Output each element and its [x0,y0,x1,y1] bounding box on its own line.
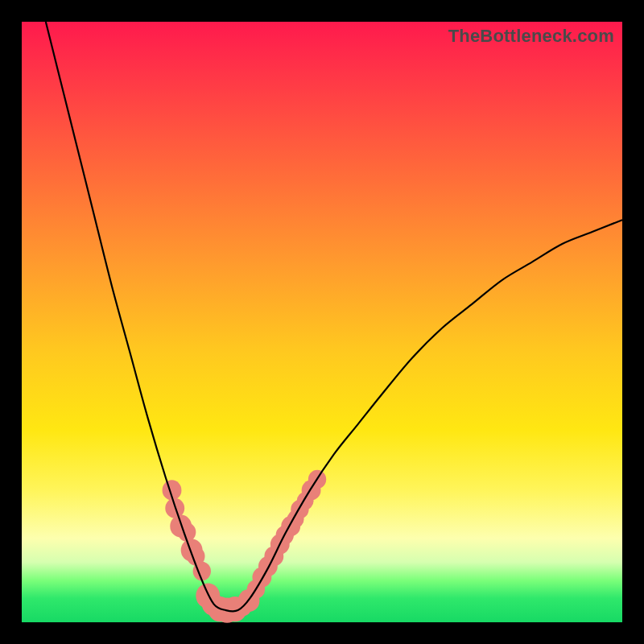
chart-frame: TheBottleneck.com [0,0,644,644]
plot-area: TheBottleneck.com [22,22,622,622]
cluster-points [163,470,327,623]
bottleneck-curve [46,22,622,612]
curve-layer [22,22,622,622]
